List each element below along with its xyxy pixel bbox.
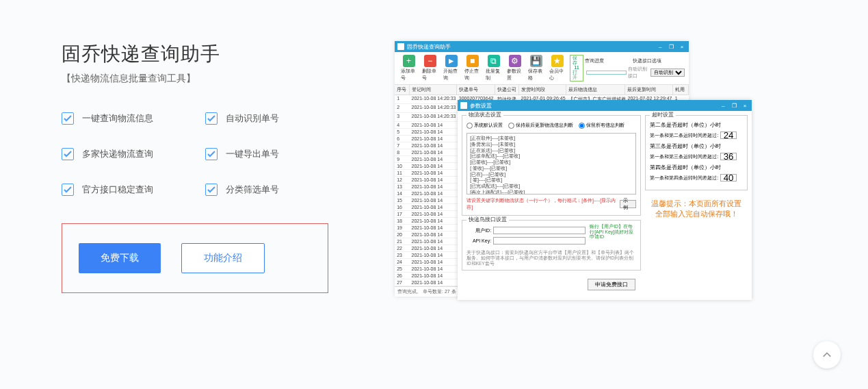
feature-item-3: 一键导出单号 bbox=[205, 148, 335, 160]
toolbar-添加单号[interactable]: +添加单号 bbox=[399, 55, 419, 81]
col-快递单号[interactable]: 快递单号 bbox=[457, 85, 495, 95]
timeout-panel-legend: 超时设置 bbox=[650, 112, 676, 118]
status-rule-list[interactable]: [正在取件]----[未签收][备货发出]----[未签收][正在派送]----… bbox=[466, 133, 636, 194]
toolbar-save-open-cluster[interactable]: 保存11打开 bbox=[570, 55, 583, 81]
rule-line: [ 签]----[已签收] bbox=[470, 177, 633, 184]
timeout-input-0[interactable] bbox=[720, 131, 737, 139]
toolbar-停止查询[interactable]: ■停止查询 bbox=[462, 55, 482, 81]
rule-line: [再次上路配送]----[已签收] bbox=[470, 190, 633, 194]
settings-close-icon[interactable]: × bbox=[741, 103, 749, 109]
check-icon bbox=[205, 112, 218, 125]
orange-tip: 温馨提示：本页面所有设置 全部输入完自动保存哦！ bbox=[645, 199, 748, 220]
app-icon bbox=[397, 43, 404, 50]
toolbar-label: 参数设置 bbox=[507, 68, 523, 81]
rule-line: [正在派送]----[已签收] bbox=[470, 148, 633, 154]
apply-free-api-button[interactable]: 申请免费接口 bbox=[588, 279, 635, 290]
check-icon bbox=[62, 112, 74, 125]
toolbar-label: 批量复制 bbox=[486, 68, 501, 81]
toolbar-label: 开始查询 bbox=[443, 68, 459, 81]
toolbar-icon: ► bbox=[445, 55, 458, 67]
progress-bar bbox=[586, 71, 627, 75]
toolbar-icon: + bbox=[403, 55, 415, 67]
progress-value: 自动识别接口 bbox=[628, 66, 649, 79]
col-登记时间[interactable]: 登记时间 bbox=[410, 85, 457, 95]
toolbar-icon: ⧉ bbox=[488, 55, 500, 67]
timeout-head-2: 第四条是否超时（单位）小时 bbox=[650, 164, 743, 171]
radio-input[interactable] bbox=[466, 123, 473, 129]
feature-item-4: 官方接口稳定查询 bbox=[62, 184, 192, 196]
feature-item-2: 多家快递物流查询 bbox=[62, 148, 192, 160]
settings-maximize-icon[interactable]: ❐ bbox=[730, 103, 738, 109]
settings-window-icon bbox=[460, 102, 467, 109]
status-hint: 请设置关键字判断物流状态（一行一个），每行格式：[条件]----[显示内容] bbox=[466, 197, 618, 211]
toolbar-right: 查询进度快递接口选项自动识别接口自动识别 bbox=[585, 58, 685, 79]
timeout-head-1: 第三条是否超时（单位）小时 bbox=[650, 143, 743, 150]
toolbar-删除单号[interactable]: −删除单号 bbox=[420, 55, 440, 81]
status-radio-0[interactable]: 系统默认设置 bbox=[466, 122, 503, 129]
settings-titlebar[interactable]: 参数设置 – ❐ × bbox=[458, 100, 752, 111]
chevron-up-icon bbox=[822, 350, 832, 360]
toolbar-icon: ⚙ bbox=[509, 55, 521, 67]
toolbar-会员中心[interactable]: ★会员中心 bbox=[547, 55, 567, 81]
toolbar-icon: ★ bbox=[551, 55, 564, 67]
status-radio-2[interactable]: 保留所有信息判断 bbox=[579, 122, 624, 129]
feature-label: 多家快递物流查询 bbox=[82, 148, 153, 160]
features-button[interactable]: 功能介绍 bbox=[181, 243, 265, 273]
toolbar-批量复制[interactable]: ⧉批量复制 bbox=[484, 55, 503, 81]
radio-input[interactable] bbox=[508, 123, 514, 129]
col-序号[interactable]: 序号 bbox=[395, 85, 409, 95]
timeout-input-2[interactable] bbox=[720, 174, 737, 181]
minimize-icon[interactable]: – bbox=[656, 44, 664, 50]
toolbar-label: 停止查询 bbox=[464, 68, 480, 81]
close-icon[interactable]: × bbox=[678, 44, 686, 50]
status-panel-legend: 物流状态设置 bbox=[466, 112, 503, 118]
back-to-top-button[interactable] bbox=[813, 341, 841, 368]
toolbar-icon: 💾 bbox=[530, 55, 542, 67]
userid-input[interactable] bbox=[493, 227, 586, 234]
maximize-icon[interactable]: ❐ bbox=[667, 44, 675, 50]
app-title: 固乔快递查询助手 bbox=[407, 43, 451, 51]
toolbar-icon: − bbox=[424, 55, 436, 67]
grid-header: 序号登记时间快递单号快递公司发货时间段最后物流信息最后更新时间耗用 bbox=[395, 85, 689, 95]
screenshot-area: 固乔快递查询助手 – ❐ × +添加单号−删除单号►开始查询■停止查询⧉批量复制… bbox=[395, 41, 806, 297]
download-button[interactable]: 免费下载 bbox=[79, 243, 161, 273]
toolbar-开始查询[interactable]: ►开始查询 bbox=[441, 55, 461, 81]
settings-window-controls: – ❐ × bbox=[719, 103, 749, 109]
col-发货时间段[interactable]: 发货时间段 bbox=[519, 85, 566, 95]
rule-line: [备货发出]----[未签收] bbox=[470, 142, 633, 148]
radio-input[interactable] bbox=[579, 123, 585, 129]
toolbar-保存表格[interactable]: 💾保存表格 bbox=[526, 55, 546, 81]
toolbar-label: 删除单号 bbox=[422, 68, 438, 81]
rule-line: [ 签收]----[已签收] bbox=[470, 166, 633, 172]
status-panel: 物流状态设置 系统默认设置保持最后更新物流信息判断保留所有信息判断 [正在取件]… bbox=[462, 115, 641, 216]
check-icon bbox=[62, 148, 74, 160]
channel-select[interactable]: 自动识别 bbox=[650, 68, 685, 77]
toolbar: +添加单号−删除单号►开始查询■停止查询⧉批量复制⚙参数设置💾保存表格★会员中心… bbox=[395, 52, 689, 85]
userid-label: 用户ID: bbox=[466, 227, 491, 234]
col-耗用[interactable]: 耗用 bbox=[673, 85, 689, 95]
feature-label: 一键导出单号 bbox=[226, 148, 279, 160]
col-最后更新时间[interactable]: 最后更新时间 bbox=[625, 85, 672, 95]
app-titlebar[interactable]: 固乔快递查询助手 – ❐ × bbox=[395, 41, 689, 52]
kdn-panel-legend: 快递鸟接口设置 bbox=[466, 216, 509, 223]
window-controls: – ❐ × bbox=[656, 44, 686, 50]
apikey-input[interactable] bbox=[493, 237, 586, 244]
feature-item-1: 自动识别单号 bbox=[205, 112, 335, 125]
feature-label: 官方接口稳定查询 bbox=[82, 184, 153, 196]
settings-minimize-icon[interactable]: – bbox=[719, 103, 727, 109]
timeout-input-1[interactable] bbox=[720, 153, 737, 160]
settings-window: 参数设置 – ❐ × 物流状态设置 系统默认设置保持最后更新物流信息判断保留所有… bbox=[458, 100, 752, 300]
check-icon bbox=[205, 148, 218, 160]
orange-tip-line1: 温馨提示：本页面所有设置 bbox=[645, 199, 748, 209]
col-最后物流信息[interactable]: 最后物流信息 bbox=[566, 85, 626, 95]
feature-label: 分类筛选单号 bbox=[226, 184, 279, 196]
toolbar-参数设置[interactable]: ⚙参数设置 bbox=[505, 55, 525, 81]
page-title: 固乔快递查询助手 bbox=[62, 41, 354, 67]
rule-line: [已在]----[已签收] bbox=[470, 172, 633, 178]
rule-line: [正在取件]----[未签收] bbox=[470, 136, 633, 142]
example-button[interactable]: 示例 bbox=[620, 200, 636, 208]
col-快递公司[interactable]: 快递公司 bbox=[495, 85, 519, 95]
status-radio-1[interactable]: 保持最后更新物流信息判断 bbox=[508, 122, 573, 129]
feature-label: 一键查询物流信息 bbox=[82, 112, 153, 125]
feature-item-0: 一键查询物流信息 bbox=[62, 112, 192, 125]
